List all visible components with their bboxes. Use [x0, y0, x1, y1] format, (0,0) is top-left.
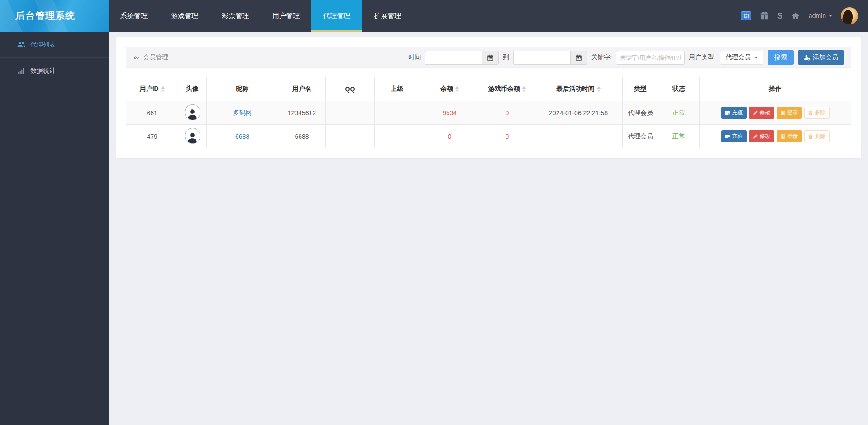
username: admin	[809, 12, 826, 19]
sidebar-item-agent-list[interactable]: 代理列表	[0, 32, 109, 58]
col-status: 状态	[658, 77, 699, 101]
main-content: 会员管理 时间 到	[109, 32, 868, 425]
edit-button[interactable]: 修改	[749, 107, 774, 119]
search-button[interactable]: 搜索	[768, 50, 794, 65]
pencil-icon	[753, 134, 758, 139]
envelope-coin-icon	[725, 110, 730, 116]
table-row: 661 多码网 12345612 9534 0 2024-01-06 22:21…	[126, 101, 851, 125]
recharge-button[interactable]: 充值	[721, 107, 747, 119]
nav-agent[interactable]: 代理管理	[311, 0, 362, 32]
add-member-button[interactable]: 添加会员	[798, 50, 844, 65]
app-title: 后台管理系统	[15, 9, 75, 22]
link-icon	[133, 54, 140, 61]
main-nav: 系统管理 游戏管理 彩票管理 用户管理 代理管理 扩展管理	[109, 0, 413, 32]
dollar-icon[interactable]: $	[777, 11, 782, 21]
date-from-input[interactable]	[425, 51, 482, 65]
sidebar: 代理列表 数据统计	[0, 32, 109, 425]
ci-badge-icon[interactable]: CI	[741, 11, 751, 20]
cell-status: 正常	[658, 101, 699, 125]
sort-icon[interactable]	[161, 86, 165, 92]
topbar-right: CI $ admin	[741, 0, 868, 32]
filter-bar: 会员管理 时间 到	[126, 47, 851, 68]
trash-icon	[808, 110, 813, 116]
bar-chart-icon	[17, 67, 25, 75]
cell-nickname[interactable]: 6688	[206, 125, 278, 148]
cell-game-balance: 0	[480, 101, 534, 125]
col-balance[interactable]: 余额	[420, 77, 480, 101]
cell-type: 代理会员	[623, 125, 658, 148]
nav-system[interactable]: 系统管理	[109, 0, 159, 32]
envelope-coin-icon	[725, 134, 730, 139]
cell-avatar	[178, 101, 206, 125]
cell-game-balance: 0	[480, 125, 534, 148]
login-button[interactable]: 登录	[777, 107, 802, 119]
user-type-value: 代理会员	[725, 53, 751, 61]
user-type-select[interactable]: 代理会员	[720, 51, 763, 65]
panel-title: 会员管理	[143, 53, 168, 61]
sidebar-item-label: 数据统计	[30, 67, 56, 75]
delete-button[interactable]: 删除	[804, 107, 830, 119]
sort-icon[interactable]	[522, 86, 526, 92]
col-type: 类型	[623, 77, 658, 101]
calendar-icon	[487, 54, 494, 61]
cell-avatar	[178, 125, 206, 148]
date-to-calendar-button[interactable]	[570, 51, 587, 65]
id-card-icon	[780, 134, 786, 139]
col-user-id[interactable]: 用户ID	[126, 77, 178, 101]
to-label: 到	[503, 53, 509, 61]
cell-qq	[325, 101, 375, 125]
sidebar-item-statistics[interactable]: 数据统计	[0, 58, 109, 84]
home-icon[interactable]	[791, 11, 800, 20]
sort-icon[interactable]	[597, 86, 601, 92]
cell-parent	[375, 101, 420, 125]
edit-button[interactable]: 修改	[749, 130, 774, 142]
cell-parent	[375, 125, 420, 148]
nickname-link[interactable]: 多码网	[233, 109, 252, 116]
col-parent: 上级	[375, 77, 420, 101]
keyword-input[interactable]	[616, 51, 685, 65]
col-avatar: 头像	[178, 77, 206, 101]
calendar-icon	[575, 54, 582, 61]
delete-button[interactable]: 删除	[804, 130, 830, 142]
nav-game[interactable]: 游戏管理	[159, 0, 210, 32]
sort-icon[interactable]	[455, 86, 459, 92]
table-row: 479 6688 6688 0 0 代理会员 正常	[126, 125, 851, 148]
users-icon	[17, 41, 25, 48]
nav-extend[interactable]: 扩展管理	[362, 0, 413, 32]
date-from-group	[425, 51, 499, 65]
cell-status: 正常	[658, 125, 699, 148]
chevron-down-icon	[829, 15, 832, 17]
panel-title-wrap: 会员管理	[133, 53, 168, 61]
person-add-icon	[804, 54, 810, 61]
user-menu[interactable]: admin	[809, 12, 832, 19]
member-table: 用户ID 头像 昵称 用户名 QQ 上级 余额 游戏币余额 最后活动时间	[126, 77, 851, 148]
user-avatar[interactable]	[841, 7, 858, 24]
col-last-active[interactable]: 最后活动时间	[534, 77, 622, 101]
add-member-label: 添加会员	[813, 53, 838, 61]
recharge-button[interactable]: 充值	[721, 130, 747, 142]
id-card-icon	[780, 110, 786, 116]
cell-username: 6688	[278, 125, 325, 148]
nav-user[interactable]: 用户管理	[261, 0, 311, 32]
date-to-group	[513, 51, 587, 65]
time-label: 时间	[408, 53, 421, 61]
col-qq: QQ	[325, 77, 375, 101]
date-from-calendar-button[interactable]	[482, 51, 499, 65]
pencil-icon	[753, 110, 758, 116]
filter-controls: 时间 到	[408, 50, 844, 65]
col-username: 用户名	[278, 77, 325, 101]
col-actions: 操作	[700, 77, 851, 101]
gift-icon[interactable]	[760, 11, 769, 20]
date-to-input[interactable]	[513, 51, 570, 65]
member-avatar	[185, 128, 200, 144]
nav-lottery[interactable]: 彩票管理	[210, 0, 261, 32]
col-nickname: 昵称	[206, 77, 278, 101]
topbar: 后台管理系统 系统管理 游戏管理 彩票管理 用户管理 代理管理 扩展管理 CI …	[0, 0, 868, 32]
cell-nickname[interactable]: 多码网	[206, 101, 278, 125]
nickname-link[interactable]: 6688	[235, 133, 249, 140]
keyword-label: 关键字:	[591, 53, 612, 61]
col-game-balance[interactable]: 游戏币余额	[480, 77, 534, 101]
cell-user-id: 661	[126, 101, 178, 125]
login-button[interactable]: 登录	[777, 130, 802, 142]
trash-icon	[808, 134, 813, 139]
